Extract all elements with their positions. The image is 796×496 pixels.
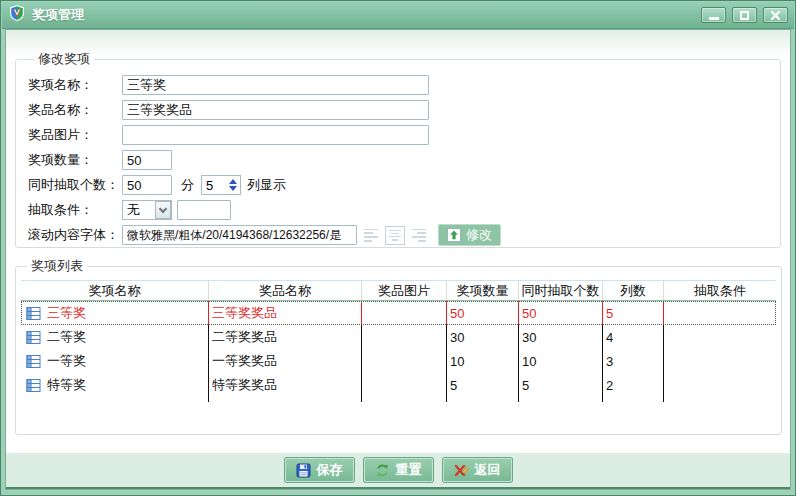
award-list-group-title: 奖项列表: [27, 257, 87, 275]
titlebar: 奖项管理: [2, 2, 794, 29]
draw-condition-select[interactable]: 无: [122, 200, 172, 220]
combo-dropdown-button[interactable]: [155, 201, 171, 219]
draw-condition-extra-input[interactable]: [177, 200, 231, 220]
cell-award-qty: 30: [446, 325, 518, 349]
cell-prize-name: 特等奖奖品: [208, 373, 361, 397]
header-condition[interactable]: 抽取条件: [663, 281, 776, 300]
header-prize-image[interactable]: 奖品图片: [361, 281, 446, 300]
draw-suffix-label: 列显示: [247, 176, 286, 194]
header-columns[interactable]: 列数: [602, 281, 663, 300]
stepper-down-icon[interactable]: [229, 186, 237, 191]
table-row[interactable]: 三等奖 三等奖奖品 50 50 5: [21, 301, 776, 325]
close-button[interactable]: [763, 7, 788, 23]
cell-prize-name: 三等奖奖品: [208, 301, 361, 325]
prize-image-label: 奖品图片：: [28, 126, 122, 144]
award-quantity-label: 奖项数量：: [28, 151, 122, 169]
prize-name-input[interactable]: [122, 100, 429, 120]
cell-draw-count: 10: [518, 349, 602, 373]
footer-bar: 保存 重置 返回: [6, 453, 790, 489]
cell-condition: [663, 349, 776, 373]
cell-columns: 2: [602, 373, 663, 397]
save-button[interactable]: 保存: [285, 458, 354, 482]
cell-prize-image: [361, 301, 446, 325]
cell-prize-image: [361, 373, 446, 397]
chevron-down-icon: [159, 204, 167, 212]
award-name-label: 奖项名称：: [28, 76, 122, 94]
cell-award-name: 一等奖: [47, 352, 86, 370]
table-row[interactable]: 二等奖 二等奖奖品 30 30 4: [21, 325, 776, 349]
columns-stepper-arrows: [225, 176, 240, 194]
client-area: 修改奖项 奖项名称： 奖品名称： 奖品图片： 奖项数量：: [6, 30, 790, 453]
grid-row-icon: [26, 330, 41, 345]
draw-condition-row: 抽取条件： 无: [28, 200, 780, 220]
prize-image-row: 奖品图片：: [28, 125, 780, 145]
table-row[interactable]: 一等奖 一等奖奖品 10 10 3: [21, 349, 776, 373]
cell-condition: [663, 325, 776, 349]
header-award-name[interactable]: 奖项名称: [21, 281, 208, 300]
table-grid-lines-filler: [21, 397, 776, 402]
close-icon: [770, 10, 781, 21]
scroll-font-label: 滚动内容字体：: [28, 226, 122, 244]
award-list-group: 奖项列表 奖项名称 奖品名称 奖品图片 奖项数量 同时抽取个数 列数 抽取条件: [15, 257, 782, 435]
prize-name-label: 奖品名称：: [28, 101, 122, 119]
maximize-icon: [740, 11, 749, 20]
cell-prize-name: 二等奖奖品: [208, 325, 361, 349]
reset-button-label: 重置: [396, 461, 422, 479]
back-button-label: 返回: [475, 461, 501, 479]
draw-count-input[interactable]: [122, 175, 172, 195]
cancel-edit-icon: [454, 463, 469, 478]
scroll-font-row: 滚动内容字体： 修改: [28, 225, 780, 245]
cell-columns: 4: [602, 325, 663, 349]
prize-name-row: 奖品名称：: [28, 100, 780, 120]
cell-award-qty: 10: [446, 349, 518, 373]
cell-award-name: 二等奖: [47, 328, 86, 346]
scroll-font-input[interactable]: [122, 225, 357, 245]
draw-count-label: 同时抽取个数：: [28, 176, 122, 194]
minimize-button[interactable]: [701, 7, 726, 23]
draw-mid-label: 分: [181, 176, 194, 194]
award-name-input[interactable]: [122, 75, 429, 95]
back-button[interactable]: 返回: [443, 458, 512, 482]
award-management-window: 奖项管理 修改奖项 奖项名称：: [0, 0, 796, 496]
floppy-disk-icon: [296, 463, 311, 478]
align-right-icon[interactable]: [409, 226, 429, 245]
modify-font-button[interactable]: 修改: [438, 224, 501, 246]
award-quantity-input[interactable]: [122, 150, 172, 170]
align-left-icon[interactable]: [361, 226, 381, 245]
award-quantity-row: 奖项数量：: [28, 150, 780, 170]
align-center-icon[interactable]: [385, 226, 405, 245]
header-draw-count[interactable]: 同时抽取个数: [518, 281, 602, 300]
grid-row-icon: [26, 378, 41, 393]
columns-stepper: [201, 175, 241, 195]
award-table-header: 奖项名称 奖品名称 奖品图片 奖项数量 同时抽取个数 列数 抽取条件: [21, 280, 776, 301]
award-table: 奖项名称 奖品名称 奖品图片 奖项数量 同时抽取个数 列数 抽取条件: [21, 280, 776, 402]
cell-draw-count: 50: [518, 301, 602, 325]
header-prize-name[interactable]: 奖品名称: [208, 281, 361, 300]
stepper-up-icon[interactable]: [229, 179, 237, 184]
draw-condition-value: 无: [123, 201, 155, 219]
grid-row-icon: [26, 306, 41, 321]
cell-condition: [663, 373, 776, 397]
window-body: 修改奖项 奖项名称： 奖品名称： 奖品图片： 奖项数量：: [5, 29, 791, 490]
table-row[interactable]: 特等奖 特等奖奖品 5 5 2: [21, 373, 776, 397]
save-button-label: 保存: [317, 461, 343, 479]
cell-prize-name: 一等奖奖品: [208, 349, 361, 373]
modify-award-group: 修改奖项 奖项名称： 奖品名称： 奖品图片： 奖项数量：: [15, 50, 781, 248]
modify-font-button-label: 修改: [466, 226, 492, 244]
award-name-row: 奖项名称：: [28, 75, 780, 95]
upload-arrow-icon: [447, 228, 461, 242]
columns-stepper-input[interactable]: [202, 176, 225, 194]
reset-button[interactable]: 重置: [364, 458, 433, 482]
cell-draw-count: 30: [518, 325, 602, 349]
maximize-button[interactable]: [732, 7, 757, 23]
header-award-qty[interactable]: 奖项数量: [446, 281, 518, 300]
modify-award-group-title: 修改奖项: [34, 50, 94, 68]
grid-row-icon: [26, 354, 41, 369]
draw-condition-label: 抽取条件：: [28, 201, 122, 219]
prize-image-input[interactable]: [122, 125, 429, 145]
window-title: 奖项管理: [32, 6, 84, 24]
draw-count-row: 同时抽取个数： 分 列显示: [28, 175, 780, 195]
minimize-icon: [709, 17, 719, 20]
cell-award-qty: 50: [446, 301, 518, 325]
refresh-arrows-icon: [375, 463, 390, 478]
